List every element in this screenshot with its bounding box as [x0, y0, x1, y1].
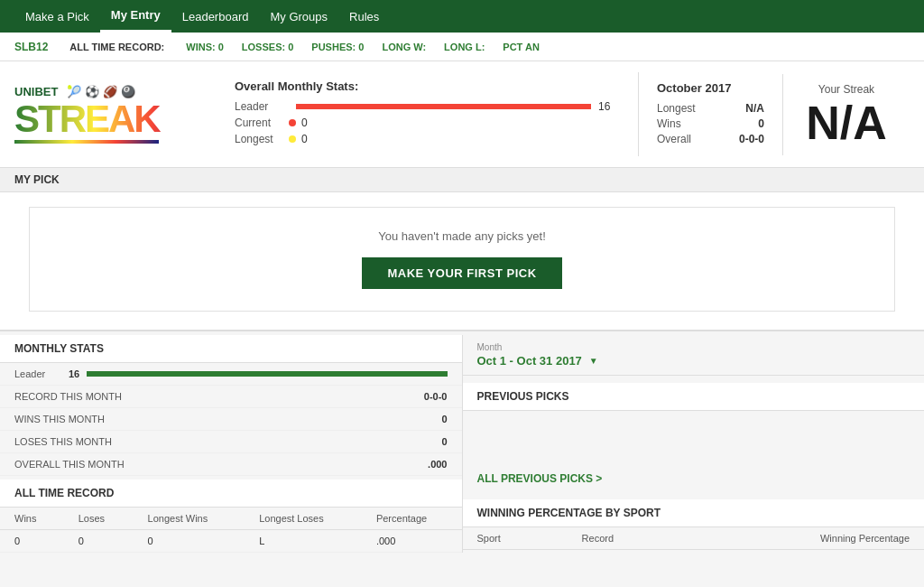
streak-title: Your Streak: [805, 83, 888, 96]
monthly-stats-section-title: MONTHLY STATS: [0, 335, 462, 363]
current-dot: [289, 119, 296, 126]
month-value: Oct 1 - Oct 31 2017: [477, 354, 582, 368]
longw-stat: LONG W:: [382, 42, 426, 52]
previous-picks-title: PREVIOUS PICKS: [463, 383, 925, 411]
oct-wins-row: Wins 0: [657, 117, 764, 130]
all-time-title: ALL TIME RECORD: [0, 480, 462, 508]
monthly-leader-val: 16: [69, 368, 79, 379]
ball-icon-3: 🏈: [103, 85, 117, 98]
monthly-stat-value: .000: [336, 453, 462, 476]
all-time-cell: 0: [134, 530, 245, 553]
ball-icon-1: 🎾: [67, 85, 81, 98]
monthly-stat-label: OVERALL THIS MONTH: [0, 453, 336, 476]
previous-picks-section: PREVIOUS PICKS ALL PREVIOUS PICKS >: [463, 376, 925, 499]
longl-stat: LONG L:: [444, 42, 485, 52]
dropdown-arrow-icon: ▼: [589, 356, 598, 366]
nav-rules[interactable]: Rules: [338, 0, 390, 33]
left-column: MONTHLY STATS Leader 16 RECORD THIS MONT…: [0, 335, 463, 553]
your-streak-panel: Your Streak N/A: [783, 76, 910, 154]
winning-pct-col-header: Winning Percentage: [688, 527, 924, 550]
hero-section: UNIBET 🎾 ⚽ 🏈 🎱 STREAK Overall Monthly St…: [0, 61, 924, 331]
nav-make-a-pick[interactable]: Make a Pick: [14, 0, 100, 33]
longest-value: 0: [301, 133, 319, 145]
winning-pct-section: WINNING PERCENTAGE BY SPORT SportRecordW…: [463, 499, 925, 550]
monthly-stat-label: RECORD THIS MONTH: [0, 386, 336, 408]
all-time-column-header: Loses: [64, 508, 134, 530]
subheader-stats: WINS: 0 LOSSES: 0 PUSHES: 0 LONG W: LONG…: [186, 42, 540, 52]
losses-stat: LOSSES: 0: [242, 42, 293, 52]
right-column: Month Oct 1 - Oct 31 2017 ▼ PREVIOUS PIC…: [463, 335, 925, 553]
monthly-leader-label: Leader: [14, 368, 69, 379]
streak-value: N/A: [805, 99, 888, 146]
nav-my-entry[interactable]: My Entry: [100, 0, 171, 33]
longest-label: Longest: [235, 133, 289, 145]
oct-overall-val: 0-0-0: [739, 133, 764, 145]
monthly-stat-row: WINS THIS MONTH0: [0, 408, 462, 431]
overall-monthly-stats: Overall Monthly Stats: Leader 16 Current…: [213, 72, 639, 156]
monthly-stat-value: 0: [336, 408, 462, 431]
sub-header: SLB12 ALL TIME RECORD: WINS: 0 LOSSES: 0…: [0, 33, 924, 61]
current-label: Current: [235, 116, 289, 129]
winning-pct-col-header: Sport: [463, 527, 568, 550]
winning-pct-title: WINNING PERCENTAGE BY SPORT: [463, 499, 925, 527]
monthly-stat-value: 0-0-0: [336, 386, 462, 408]
current-value: 0: [301, 116, 319, 129]
month-filter[interactable]: Month Oct 1 - Oct 31 2017 ▼: [463, 335, 925, 376]
monthly-stat-row: LOSES THIS MONTH0: [0, 431, 462, 453]
all-time-cell: 0: [0, 530, 64, 553]
user-id: SLB12: [14, 41, 48, 53]
monthly-stats-title: Overall Monthly Stats:: [235, 79, 616, 93]
all-previous-picks-link[interactable]: ALL PREVIOUS PICKS >: [463, 465, 925, 492]
all-time-cell: .000: [362, 530, 462, 553]
all-time-column-header: Longest Wins: [134, 508, 245, 530]
all-time-column-header: Percentage: [362, 508, 462, 530]
previous-picks-list: [463, 411, 925, 465]
all-time-header-row: WinsLosesLongest WinsLongest LosesPercen…: [0, 508, 462, 530]
streak-underline: [14, 140, 159, 144]
pick-empty-state: You haven't made any picks yet! MAKE YOU…: [29, 207, 895, 312]
nav-my-groups[interactable]: My Groups: [259, 0, 338, 33]
brand-logo: UNIBET 🎾 ⚽ 🏈 🎱 STREAK: [14, 85, 213, 144]
monthly-stat-value: 0: [336, 431, 462, 453]
monthly-stats-table: RECORD THIS MONTH0-0-0WINS THIS MONTH0LO…: [0, 386, 462, 476]
monthly-stat-row: OVERALL THIS MONTH.000: [0, 453, 462, 476]
make-first-pick-button[interactable]: MAKE YOUR FIRST PICK: [362, 257, 561, 289]
my-pick-label: MY PICK: [14, 173, 60, 186]
leader-bar: [296, 104, 591, 109]
winning-pct-col-header: Record: [568, 527, 688, 550]
my-pick-header: MY PICK: [0, 167, 924, 192]
leader-bar-container: [296, 104, 591, 109]
oct-overall-row: Overall 0-0-0: [657, 133, 764, 145]
monthly-stat-label: WINS THIS MONTH: [0, 408, 336, 431]
nav-leaderboard[interactable]: Leaderboard: [171, 0, 260, 33]
oct-longest-row: Longest N/A: [657, 102, 764, 115]
longest-stat-row: Longest 0: [235, 133, 616, 145]
all-time-record-label: ALL TIME RECORD:: [69, 42, 164, 52]
oct-longest-val: N/A: [745, 102, 764, 115]
monthly-stat-row: RECORD THIS MONTH0-0-0: [0, 386, 462, 408]
winning-pct-table: SportRecordWinning Percentage: [463, 527, 925, 550]
monthly-leader-bar: [87, 371, 447, 377]
winning-pct-header-row: SportRecordWinning Percentage: [463, 527, 925, 550]
no-picks-text: You haven't made any picks yet!: [51, 229, 873, 243]
october-stats: October 2017 Longest N/A Wins 0 Overall …: [639, 74, 783, 155]
pct-stat: PCT AN: [503, 42, 540, 52]
oct-wins-label: Wins: [657, 117, 681, 130]
leader-label: Leader: [235, 100, 289, 113]
longest-dot: [289, 135, 296, 143]
oct-stats-title: October 2017: [657, 81, 764, 95]
leader-stat-row: Leader 16: [235, 100, 616, 113]
month-filter-label: Month: [477, 342, 910, 352]
ball-icon-2: ⚽: [85, 85, 99, 98]
pushes-stat: PUSHES: 0: [311, 42, 364, 52]
oct-longest-label: Longest: [657, 102, 696, 115]
month-select[interactable]: Oct 1 - Oct 31 2017 ▼: [477, 354, 910, 368]
all-time-column-header: Wins: [0, 508, 64, 530]
bottom-section: MONTHLY STATS Leader 16 RECORD THIS MONT…: [0, 335, 924, 553]
streak-logo-text: STREAK: [14, 100, 213, 138]
monthly-stat-label: LOSES THIS MONTH: [0, 431, 336, 453]
all-time-section: ALL TIME RECORD WinsLosesLongest WinsLon…: [0, 480, 462, 553]
oct-wins-val: 0: [758, 117, 764, 130]
wins-stat: WINS: 0: [186, 42, 224, 52]
top-navigation: Make a Pick My Entry Leaderboard My Grou…: [0, 0, 924, 33]
